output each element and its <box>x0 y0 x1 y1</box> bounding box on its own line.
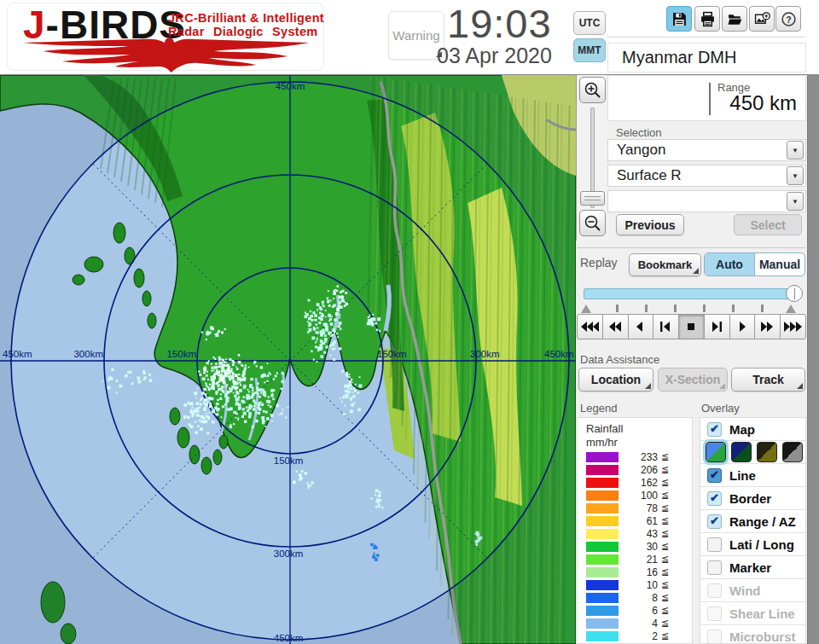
previous-button[interactable]: Previous <box>616 214 684 235</box>
mmt-toggle-button[interactable]: MMT <box>573 38 606 62</box>
fast-rewind-button[interactable] <box>602 314 629 339</box>
overlay-row-shear-line: Shear Line <box>700 602 805 625</box>
jump-back-button[interactable] <box>577 314 603 339</box>
range-ring-label: 450km <box>276 81 305 91</box>
range-ring-label: 300km <box>274 548 304 559</box>
slider-tick <box>645 305 648 312</box>
legend-value: 16 <box>627 566 658 578</box>
fast-forward-icon <box>757 321 778 333</box>
lte-symbol: ≦ <box>661 502 669 513</box>
header: J-BIRDS JRC-Brilliant & Intelligent Rada… <box>0 0 819 75</box>
legend-row: 43≦ <box>578 528 694 541</box>
overlay-item-label: Shear Line <box>729 606 795 621</box>
open-folder-button[interactable] <box>722 6 747 32</box>
overlay-item-label: Map <box>729 422 755 437</box>
clock-date: 03 Apr 2020 <box>437 44 570 68</box>
overlay-row-marker: Marker <box>700 556 805 579</box>
station-title: Myanmar DMH <box>622 48 736 67</box>
zoom-out-button[interactable] <box>579 210 606 236</box>
overlay-item-label: Microburst <box>729 629 796 644</box>
zoom-slider-thumb[interactable] <box>580 191 605 206</box>
chevron-down-icon[interactable]: ▼ <box>787 141 804 160</box>
chevron-down-icon[interactable]: ▼ <box>787 192 804 211</box>
map-style-swatch-4[interactable] <box>782 442 803 462</box>
play-button[interactable] <box>729 314 756 339</box>
x-section-button[interactable]: X-Section <box>658 368 728 392</box>
legend-row: 100≦ <box>578 490 694 502</box>
range-value: 450 km <box>729 91 797 115</box>
manual-mode-button[interactable]: Manual <box>754 253 804 276</box>
header-separator <box>607 37 805 38</box>
slider-tick <box>732 305 735 312</box>
checkbox-border[interactable] <box>707 491 722 506</box>
play-reverse-button[interactable] <box>628 314 654 339</box>
map-style-swatch-1[interactable] <box>706 442 726 462</box>
jump-back-icon <box>579 321 601 333</box>
play-reverse-icon <box>630 321 651 333</box>
track-button[interactable]: Track <box>731 368 805 392</box>
legend-value: 6 <box>627 605 658 617</box>
checkbox-microburst <box>707 629 722 644</box>
map-style-swatch-3[interactable] <box>757 442 777 462</box>
legend-value: 43 <box>627 528 658 540</box>
zoom-in-button[interactable] <box>579 77 606 103</box>
fast-forward-button[interactable] <box>754 314 781 339</box>
legend-row: 10≦ <box>578 579 694 592</box>
save-button[interactable] <box>666 6 692 32</box>
jump-forward-button[interactable] <box>780 314 806 339</box>
help-icon: ? <box>781 11 797 27</box>
window-edge-strip <box>807 75 819 644</box>
lte-symbol: ≦ <box>661 554 669 565</box>
section-divider <box>577 247 805 248</box>
snapshot-button[interactable] <box>749 6 775 32</box>
selection-label: Selection <box>616 126 661 139</box>
range-ring-label: 450km <box>544 349 574 359</box>
checkbox-map[interactable] <box>707 422 722 437</box>
step-back-button[interactable] <box>653 314 679 339</box>
jbirds-app: J-BIRDS JRC-Brilliant & Intelligent Rada… <box>0 0 819 644</box>
checkbox-line[interactable] <box>707 468 722 483</box>
legend-value: 30 <box>627 541 658 553</box>
checkbox-wind <box>707 583 722 598</box>
product-dropdown-value: Surface R <box>608 167 787 184</box>
legend-color-swatch <box>586 542 619 552</box>
extra-dropdown[interactable]: ▼ <box>607 190 806 212</box>
checkbox-marker[interactable] <box>707 560 722 575</box>
legend-value: 206 <box>627 464 658 476</box>
overlay-row-lati-long: Lati / Long <box>700 533 805 556</box>
stop-button[interactable] <box>678 314 705 339</box>
replay-label: Replay <box>580 256 618 270</box>
floppy-disk-icon <box>671 11 688 27</box>
corner-resize-icon <box>797 383 803 389</box>
overlay-panel: MapLineBorderRange / AZLati / LongMarker… <box>700 417 806 644</box>
fast-rewind-icon <box>605 321 626 333</box>
print-button[interactable] <box>694 6 720 32</box>
checkbox-range-az[interactable] <box>707 514 722 529</box>
replay-slider-track[interactable] <box>584 288 799 299</box>
radar-map[interactable]: 450km300km150km150km300km450km450km150km… <box>0 75 576 644</box>
map-style-swatch-2[interactable] <box>731 442 752 462</box>
select-button[interactable]: Select <box>734 214 802 235</box>
product-dropdown[interactable]: Surface R ▼ <box>607 165 806 187</box>
help-button[interactable]: ? <box>775 6 801 32</box>
replay-mode-group: Auto Manual <box>704 252 805 276</box>
legend-value: 233 <box>627 451 658 463</box>
lte-symbol: ≦ <box>661 528 669 539</box>
site-dropdown[interactable]: Yangon ▼ <box>607 139 806 161</box>
utc-toggle-button[interactable]: UTC <box>573 11 606 35</box>
checkbox-lati-long[interactable] <box>707 537 722 552</box>
legend-row: 6≦ <box>578 605 694 618</box>
location-button[interactable]: Location <box>578 368 653 392</box>
chevron-down-icon[interactable]: ▼ <box>787 166 804 185</box>
legend-row: 61≦ <box>578 515 694 528</box>
legend-value: 4 <box>627 618 658 629</box>
overlay-item-label: Range / AZ <box>729 514 796 529</box>
overlay-label: Overlay <box>701 402 740 415</box>
overlay-row-range-az: Range / AZ <box>700 510 805 533</box>
lte-symbol: ≦ <box>661 477 669 488</box>
replay-slider-thumb[interactable] <box>786 285 803 302</box>
auto-mode-button[interactable]: Auto <box>705 253 754 276</box>
step-forward-button[interactable] <box>704 314 730 339</box>
range-ring-label: 150km <box>274 455 304 466</box>
bookmark-button[interactable]: Bookmark <box>629 253 701 276</box>
